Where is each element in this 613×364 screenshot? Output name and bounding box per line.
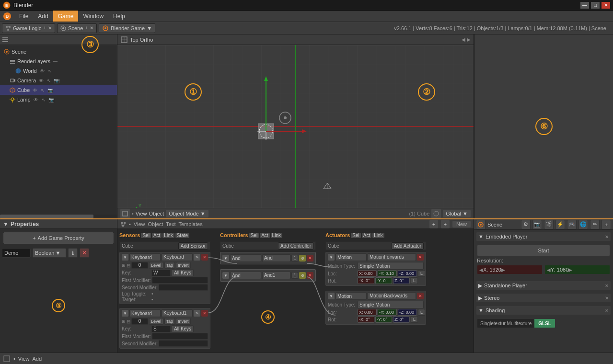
outliner-item-lamp[interactable]: Lamp 👁 ↖ 📷 <box>0 95 117 104</box>
sensor2-type-select[interactable]: Keyboard <box>129 309 161 317</box>
sensors-act-btn[interactable]: Act <box>152 233 162 238</box>
sensor1-tap-btn[interactable]: Tap <box>164 262 175 269</box>
editor1-x-icon[interactable]: ✕ <box>48 25 52 31</box>
act1-name-display[interactable]: MotionForwards <box>368 253 416 261</box>
menu-game[interactable]: Game <box>53 11 79 22</box>
footer-add-label[interactable]: Add <box>33 356 42 362</box>
standalone-close-icon[interactable]: ✕ <box>605 283 609 288</box>
act1-rot-y[interactable]: -Y: 0° <box>375 277 392 284</box>
act-link-btn[interactable]: Link <box>372 233 384 238</box>
editor2-plus-icon[interactable]: + <box>85 25 88 31</box>
act2-loc-x[interactable]: X: 0.00 <box>358 309 377 316</box>
rp-icon5[interactable]: 🎮 <box>567 220 577 229</box>
minimize-button[interactable]: — <box>580 2 589 9</box>
sensor2-secondmod-value[interactable] <box>159 340 208 347</box>
act2-loc-local-btn[interactable]: L <box>418 309 425 316</box>
property-delete-button[interactable]: ✕ <box>80 248 89 258</box>
camera-cursor-icon[interactable]: ↖ <box>46 77 52 84</box>
rp-icon7[interactable]: ✏ <box>590 220 600 229</box>
outliner-scrollbar[interactable] <box>0 215 117 218</box>
act2-loc-z[interactable]: -Z: 0.00 <box>398 309 417 316</box>
sensor2-toggle[interactable]: ▼ <box>122 310 128 317</box>
sensor2-name-input[interactable]: Keyboard1 <box>162 309 193 317</box>
glsl-btn[interactable]: GLSL <box>534 319 555 328</box>
viewport-transform-icon[interactable] <box>431 209 441 218</box>
viewport-toggle-icon[interactable]: ◀ ▶ <box>462 37 471 42</box>
rp-scene-icon[interactable] <box>476 220 486 229</box>
act2-name-display[interactable]: MotionBackwards <box>368 292 416 300</box>
and2-num-btn[interactable]: 1 <box>291 272 298 279</box>
rp-icon6[interactable]: 🌐 <box>578 220 588 229</box>
act2-rot-y[interactable]: -Y: 0° <box>375 316 392 323</box>
and2-name-display[interactable]: And1 <box>262 272 290 279</box>
menu-window[interactable]: Window <box>78 11 108 22</box>
cube-render-icon[interactable]: 📷 <box>47 87 54 93</box>
ctrl-add-btn[interactable]: Add Controller <box>278 242 313 250</box>
ctrl-sel-btn[interactable]: Sel <box>249 233 259 238</box>
act1-type-select[interactable]: Motion <box>335 253 367 261</box>
logic-add-icon[interactable]: + <box>429 220 438 228</box>
outliner-item-world[interactable]: World 👁 ↖ <box>0 66 117 76</box>
viewport-dot-icon[interactable]: • <box>132 211 134 216</box>
cube-cursor-icon[interactable]: ↖ <box>39 87 46 93</box>
res-x-field[interactable]: ◀ X: 1920 ▶ <box>477 265 543 274</box>
camera-eye-icon[interactable]: 👁 <box>38 77 45 84</box>
viewport-global-select[interactable]: Global ▼ <box>443 210 471 217</box>
shading-header[interactable]: ▼ Shading ✕ <box>476 306 611 315</box>
act1-toggle[interactable]: ▼ <box>328 254 335 261</box>
act2-rot-z[interactable]: Z: 0° <box>393 316 410 323</box>
sensor1-del-btn[interactable]: ✕ <box>201 254 208 261</box>
stereo-close-icon[interactable]: ✕ <box>605 296 609 301</box>
sensor1-name-input[interactable]: Keyboard <box>162 253 193 261</box>
and1-type-select[interactable]: And <box>230 254 261 262</box>
sensor1-firstmod-value[interactable] <box>152 277 208 284</box>
maximize-button[interactable]: □ <box>591 2 600 9</box>
sensor2-del-btn[interactable]: ✕ <box>201 310 208 317</box>
sensor2-freq-input[interactable]: 0 <box>131 318 148 325</box>
close-button[interactable]: ✕ <box>601 2 610 9</box>
act-add-btn[interactable]: Add Actuator <box>392 242 424 250</box>
outliner-item-renderlayers[interactable]: RenderLayers <box>0 57 117 66</box>
editor2-x-icon[interactable]: ✕ <box>90 25 93 31</box>
and2-type-select[interactable]: And <box>230 272 261 279</box>
sensor1-invert-btn[interactable]: Invert <box>176 262 191 269</box>
standalone-player-header[interactable]: ▶ Standalone Player ✕ <box>476 281 611 290</box>
act1-rot-local-btn[interactable]: L <box>411 277 418 284</box>
and1-name-display[interactable]: And <box>262 254 290 262</box>
viewport-canvas[interactable]: X Y ① ② <box>117 45 474 208</box>
sensor1-edit-btn[interactable]: ✎ <box>194 254 200 261</box>
world-cursor-icon[interactable]: ↖ <box>46 68 53 74</box>
act1-loc-x[interactable]: X: 0.00 <box>358 270 377 277</box>
embedded-player-close-icon[interactable]: ✕ <box>605 234 609 239</box>
logic-object-label[interactable]: Object <box>148 221 163 227</box>
ctrl-link-btn[interactable]: Link <box>271 233 282 238</box>
and1-del-btn[interactable]: ✕ <box>307 255 313 262</box>
act2-toggle[interactable]: ▼ <box>328 293 335 299</box>
act2-rot-local-btn[interactable]: L <box>411 316 418 323</box>
act2-del-btn[interactable]: ✕ <box>417 293 424 299</box>
act1-loc-z[interactable]: -Z: 0.00 <box>398 270 417 277</box>
sensor2-invert-btn[interactable]: Invert <box>176 318 191 325</box>
property-info-button[interactable]: ℹ <box>68 248 78 258</box>
lamp-eye-icon[interactable]: 👁 <box>33 96 39 103</box>
sensor2-tap-btn[interactable]: Tap <box>164 318 175 325</box>
lamp-render-icon[interactable]: 📷 <box>48 96 55 103</box>
sensors-add-btn[interactable]: Add Sensor <box>178 242 208 250</box>
and1-num-btn[interactable]: 1 <box>291 255 298 262</box>
logic-new-label[interactable]: New <box>452 221 471 228</box>
outliner-item-camera[interactable]: Camera 👁 ↖ 📷 <box>0 76 117 85</box>
logic-templates-label[interactable]: Templates <box>179 221 203 227</box>
sensor2-level-btn[interactable]: Level <box>149 318 163 325</box>
sensor2-edit-btn[interactable]: ✎ <box>194 310 200 317</box>
act2-motion-type-select[interactable]: Simple Motion <box>358 301 424 308</box>
sensor1-key-value[interactable]: W <box>151 270 171 276</box>
logic-text-label[interactable]: Text <box>166 221 175 227</box>
act1-loc-y[interactable]: -Y: 0.10 <box>378 270 397 277</box>
sensor2-firstmod-value[interactable] <box>152 333 208 340</box>
and1-toggle[interactable]: ▼ <box>222 255 229 262</box>
and2-del-btn[interactable]: ✕ <box>307 272 313 279</box>
outliner-item-cube[interactable]: Cube 👁 ↖ 📷 <box>0 85 117 95</box>
rp-icon4[interactable]: ⚡ <box>555 220 565 229</box>
act2-type-select[interactable]: Motion <box>335 292 367 300</box>
rp-icon3[interactable]: 🎬 <box>544 220 554 229</box>
